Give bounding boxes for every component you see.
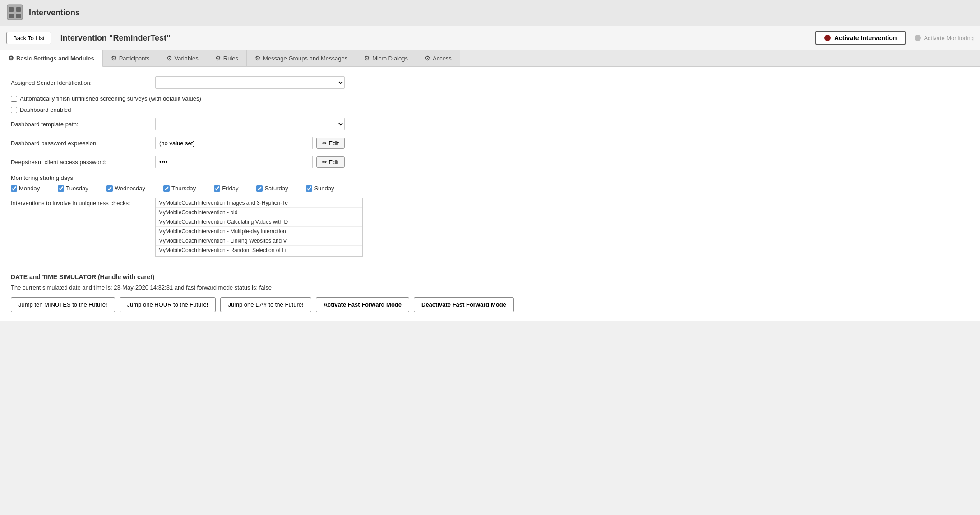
tuesday-label: Tuesday bbox=[66, 185, 88, 192]
deepstream-password-edit-button[interactable]: ✏ Edit bbox=[316, 156, 345, 168]
tab-message-groups[interactable]: ⚙ Message Groups and Messages bbox=[247, 50, 356, 66]
dashboard-template-label: Dashboard template path: bbox=[11, 121, 155, 128]
dashboard-template-row: Dashboard template path: bbox=[11, 118, 969, 130]
dashboard-template-dropdown[interactable] bbox=[155, 118, 345, 130]
assigned-sender-row: Assigned Sender Identification: bbox=[11, 76, 969, 89]
days-row: Monday Tuesday Wednesday Thursday Friday… bbox=[11, 185, 969, 192]
auto-finish-label: Automatically finish unfinished screenin… bbox=[20, 95, 201, 102]
app-header: Interventions bbox=[0, 0, 980, 26]
uniqueness-row: Interventions to involve in uniqueness c… bbox=[11, 198, 969, 257]
jump-day-button[interactable]: Jump one DAY to the Future! bbox=[220, 297, 311, 312]
wednesday-label: Wednesday bbox=[115, 185, 145, 192]
thursday-checkbox[interactable] bbox=[163, 185, 170, 192]
deactivate-fast-forward-button[interactable]: Deactivate Fast Forward Mode bbox=[414, 297, 514, 312]
tab-icon-basic: ⚙ bbox=[8, 55, 14, 62]
uniqueness-label: Interventions to involve in uniqueness c… bbox=[11, 198, 155, 207]
day-friday: Friday bbox=[214, 185, 238, 192]
dashboard-password-input[interactable] bbox=[155, 137, 313, 149]
activate-fast-forward-button[interactable]: Activate Fast Forward Mode bbox=[316, 297, 409, 312]
dashboard-password-control: ✏ Edit bbox=[155, 137, 345, 149]
deepstream-password-control: ✏ Edit bbox=[155, 156, 345, 168]
sunday-label: Sunday bbox=[314, 185, 334, 192]
tabs-bar: ⚙ Basic Settings and Modules ⚙ Participa… bbox=[0, 50, 980, 67]
day-tuesday: Tuesday bbox=[58, 185, 88, 192]
tab-micro-dialogs[interactable]: ⚙ Micro Dialogs bbox=[356, 50, 416, 66]
simulator-section: DATE and TIME SIMULATOR (Handle with car… bbox=[11, 266, 969, 312]
svg-rect-1 bbox=[9, 7, 14, 12]
friday-label: Friday bbox=[222, 185, 238, 192]
assigned-sender-label: Assigned Sender Identification: bbox=[11, 79, 155, 86]
list-item: MyMobileCoachIntervention... bbox=[156, 255, 362, 257]
jump-hour-button[interactable]: Jump one HOUR to the Future! bbox=[120, 297, 216, 312]
tab-icon-variables: ⚙ bbox=[166, 55, 172, 62]
dashboard-enabled-label: Dashboard enabled bbox=[20, 106, 71, 113]
simulator-title: DATE and TIME SIMULATOR (Handle with car… bbox=[11, 273, 969, 280]
dashboard-password-edit-button[interactable]: ✏ Edit bbox=[316, 138, 345, 149]
toolbar: Back To List Intervention "ReminderTest"… bbox=[0, 26, 980, 50]
tab-variables[interactable]: ⚙ Variables bbox=[158, 50, 207, 66]
tab-icon-access: ⚙ bbox=[425, 55, 430, 62]
interventions-list[interactable]: MyMobileCoachIntervention Images and 3-H… bbox=[155, 198, 363, 257]
day-sunday: Sunday bbox=[306, 185, 334, 192]
activate-intervention-button[interactable]: Activate Intervention bbox=[815, 31, 906, 45]
jump-minutes-button[interactable]: Jump ten MINUTES to the Future! bbox=[11, 297, 115, 312]
back-to-list-button[interactable]: Back To List bbox=[6, 32, 51, 44]
list-item: MyMobileCoachIntervention - Random Selec… bbox=[156, 246, 362, 255]
red-dot-icon bbox=[824, 35, 831, 41]
activate-monitoring-label: Activate Monitoring bbox=[915, 35, 974, 41]
tab-icon-micro-dialogs: ⚙ bbox=[364, 55, 370, 62]
tab-access[interactable]: ⚙ Access bbox=[416, 50, 460, 66]
deepstream-password-row: Deepstream client access password: ✏ Edi… bbox=[11, 156, 969, 168]
dashboard-enabled-row: Dashboard enabled bbox=[11, 106, 969, 113]
svg-rect-3 bbox=[9, 14, 14, 18]
tuesday-checkbox[interactable] bbox=[58, 185, 64, 192]
svg-rect-4 bbox=[16, 14, 21, 18]
tab-icon-message-groups: ⚙ bbox=[255, 55, 261, 62]
monitoring-days-label: Monitoring starting days: bbox=[11, 175, 969, 181]
list-item: MyMobileCoachIntervention - old bbox=[156, 208, 362, 217]
day-monday: Monday bbox=[11, 185, 40, 192]
list-item: MyMobileCoachIntervention Calculating Va… bbox=[156, 217, 362, 227]
day-saturday: Saturday bbox=[256, 185, 288, 192]
sunday-checkbox[interactable] bbox=[306, 185, 312, 192]
tab-icon-rules: ⚙ bbox=[215, 55, 221, 62]
deepstream-password-input[interactable] bbox=[155, 156, 313, 168]
list-item: MyMobileCoachIntervention - Multiple-day… bbox=[156, 227, 362, 236]
monday-label: Monday bbox=[19, 185, 40, 192]
gray-dot-icon bbox=[915, 35, 921, 41]
tab-basic-settings[interactable]: ⚙ Basic Settings and Modules bbox=[0, 50, 103, 67]
deepstream-password-label: Deepstream client access password: bbox=[11, 159, 155, 166]
tab-icon-participants: ⚙ bbox=[111, 55, 117, 62]
friday-checkbox[interactable] bbox=[214, 185, 220, 192]
main-content: Assigned Sender Identification: Automati… bbox=[0, 67, 980, 321]
app-icon bbox=[6, 4, 23, 22]
thursday-label: Thursday bbox=[171, 185, 196, 192]
simulator-buttons: Jump ten MINUTES to the Future! Jump one… bbox=[11, 297, 969, 312]
tab-participants[interactable]: ⚙ Participants bbox=[103, 50, 158, 66]
intervention-title: Intervention "ReminderTest" bbox=[60, 33, 806, 43]
auto-finish-checkbox[interactable] bbox=[11, 96, 17, 102]
tab-rules[interactable]: ⚙ Rules bbox=[207, 50, 247, 66]
day-wednesday: Wednesday bbox=[106, 185, 145, 192]
assigned-sender-dropdown[interactable] bbox=[155, 76, 345, 89]
simulator-status: The current simulated date and time is: … bbox=[11, 284, 969, 291]
app-title: Interventions bbox=[29, 8, 80, 18]
wednesday-checkbox[interactable] bbox=[106, 185, 113, 192]
day-thursday: Thursday bbox=[163, 185, 196, 192]
monitoring-section: Monitoring starting days: Monday Tuesday… bbox=[11, 175, 969, 192]
list-item: MyMobileCoachIntervention Images and 3-H… bbox=[156, 198, 362, 208]
svg-rect-2 bbox=[16, 7, 21, 12]
dashboard-password-label: Dashboard password expression: bbox=[11, 140, 155, 147]
assigned-sender-control bbox=[155, 76, 345, 89]
dashboard-enabled-checkbox[interactable] bbox=[11, 107, 17, 113]
dashboard-password-row: Dashboard password expression: ✏ Edit bbox=[11, 137, 969, 149]
dashboard-template-control bbox=[155, 118, 345, 130]
auto-finish-row: Automatically finish unfinished screenin… bbox=[11, 95, 969, 102]
saturday-label: Saturday bbox=[264, 185, 288, 192]
saturday-checkbox[interactable] bbox=[256, 185, 263, 192]
monday-checkbox[interactable] bbox=[11, 185, 17, 192]
list-item: MyMobileCoachIntervention - Linking Webs… bbox=[156, 236, 362, 246]
